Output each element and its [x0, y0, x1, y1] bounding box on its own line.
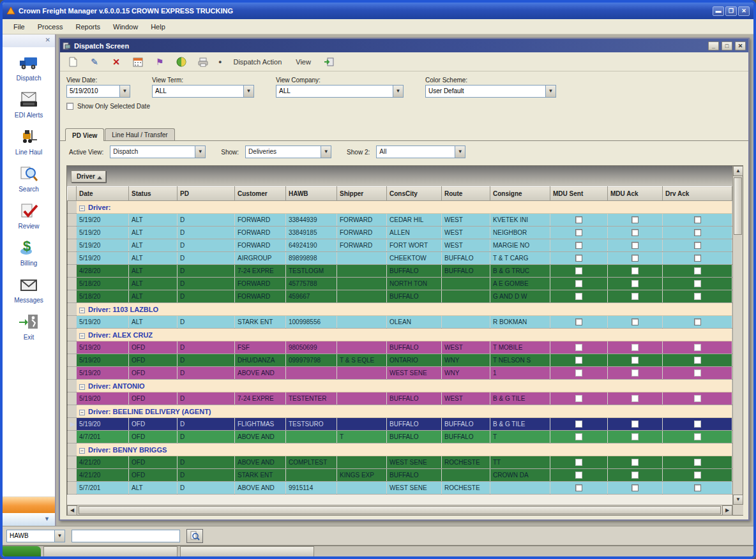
dispatch-maximize-button[interactable]: □: [722, 41, 732, 50]
menu-file[interactable]: File: [8, 21, 31, 33]
sidebar-item-exit[interactable]: Exit: [3, 306, 55, 343]
taskbar-item[interactable]: [43, 546, 178, 556]
search-field-combobox[interactable]: HAWB ▼: [6, 530, 65, 542]
mdu-ack-checkbox[interactable]: [631, 229, 639, 236]
horizontal-scrollbar[interactable]: ◀ ▶: [67, 505, 732, 515]
mdu-sent-checkbox[interactable]: [575, 229, 582, 236]
horizontal-scroll-thumb[interactable]: [79, 506, 721, 514]
row-selector-cell[interactable]: ▶: [68, 418, 77, 431]
row-selector-cell[interactable]: [68, 239, 77, 252]
calendar-icon[interactable]: [132, 56, 144, 68]
delete-record-icon[interactable]: ✕: [110, 56, 123, 68]
collapse-icon[interactable]: −: [79, 205, 85, 211]
row-selector-cell[interactable]: [68, 227, 77, 239]
drv-ack-checkbox[interactable]: [694, 280, 701, 287]
drv-ack-checkbox[interactable]: [694, 216, 701, 223]
mdu-sent-checkbox[interactable]: [575, 242, 582, 249]
drv-ack-checkbox[interactable]: [694, 395, 701, 402]
row-selector-cell[interactable]: [68, 278, 77, 290]
row-selector-cell[interactable]: [68, 252, 77, 265]
view-company-combobox[interactable]: ALL ▼: [276, 85, 404, 98]
driver-group-header[interactable]: −Driver: BEELINE DELIVERY (AGENT): [68, 405, 732, 418]
mdu-ack-checkbox[interactable]: [631, 421, 639, 428]
column-header-mdu-sent[interactable]: MDU Sent: [550, 187, 608, 201]
mdu-sent-checkbox[interactable]: [575, 357, 582, 364]
printer-icon[interactable]: [197, 56, 209, 68]
mdu-sent-checkbox[interactable]: [575, 395, 582, 402]
driver-group-header[interactable]: −Driver:: [68, 201, 732, 214]
menu-help[interactable]: Help: [145, 21, 171, 33]
grid-row-selected[interactable]: ▶5/19/20OFDDFLIGHTMASTESTSUROBUFFALOBUFF…: [68, 418, 732, 431]
scroll-down-icon[interactable]: ▼: [733, 495, 743, 505]
mdu-ack-checkbox[interactable]: [631, 255, 639, 262]
vertical-scrollbar[interactable]: ▲ ▼: [732, 166, 743, 515]
sidebar-options-dropdown[interactable]: ▼: [3, 513, 55, 526]
driver-group-header[interactable]: −Driver: BENNY BRIGGS: [68, 443, 732, 456]
scroll-right-icon[interactable]: ▶: [722, 505, 732, 516]
column-header-pd[interactable]: PD: [178, 187, 235, 201]
grid-row[interactable]: 5/19/20OFDDABOVE ANDWEST SENEWNY1: [68, 367, 732, 380]
scroll-left-icon[interactable]: ◀: [67, 505, 77, 516]
grid-row[interactable]: 4/21/20OFDDABOVE ANDCOMPLTESTWEST SENERO…: [68, 456, 732, 469]
drv-ack-checkbox[interactable]: [694, 472, 701, 479]
drv-ack-checkbox[interactable]: [694, 344, 701, 351]
sidebar-item-search[interactable]: Search: [3, 158, 55, 195]
show-only-selected-date-checkbox[interactable]: [66, 103, 73, 110]
sidebar-item-review[interactable]: Review: [3, 195, 55, 232]
row-selector-cell[interactable]: [68, 482, 77, 495]
chevron-down-icon[interactable]: ▼: [545, 86, 556, 97]
chevron-down-icon[interactable]: ▼: [455, 146, 465, 158]
column-header-status[interactable]: Status: [129, 187, 178, 201]
grid-row[interactable]: 5/19/20ALTDSTARK ENT100998556OLEANR BOKM…: [68, 316, 732, 329]
mdu-sent-checkbox[interactable]: [575, 280, 582, 287]
sidebar-item-line-haul[interactable]: Line Haul: [3, 121, 55, 158]
row-selector-cell[interactable]: [68, 392, 77, 405]
column-header-hawb[interactable]: HAWB: [286, 187, 337, 201]
view-term-combobox[interactable]: ALL ▼: [152, 85, 254, 98]
mdu-ack-checkbox[interactable]: [631, 369, 639, 376]
globe-icon[interactable]: [175, 56, 188, 68]
grid-row[interactable]: 5/18/20ALTDFORWARD45775788NORTH TONA E G…: [68, 278, 732, 290]
mdu-ack-checkbox[interactable]: [631, 433, 639, 440]
row-selector-cell[interactable]: [68, 290, 77, 303]
collapse-icon[interactable]: −: [79, 448, 85, 454]
mdu-ack-checkbox[interactable]: [631, 357, 639, 364]
drv-ack-checkbox[interactable]: [694, 421, 701, 428]
row-selector-cell[interactable]: [68, 316, 77, 329]
mdu-ack-checkbox[interactable]: [631, 344, 639, 351]
show2-combobox[interactable]: All ▼: [376, 145, 465, 158]
driver-group-header[interactable]: −Driver: 1103 LAZBLO: [68, 303, 732, 316]
column-header-drv-ack[interactable]: Drv Ack: [663, 187, 732, 201]
mdu-sent-checkbox[interactable]: [575, 267, 582, 274]
mdu-sent-checkbox[interactable]: [575, 459, 582, 466]
mdu-sent-checkbox[interactable]: [575, 484, 582, 491]
mdu-sent-checkbox[interactable]: [575, 421, 582, 428]
dispatch-close-button[interactable]: ✕: [735, 41, 746, 50]
view-date-combobox[interactable]: 5/19/2010 ▼: [66, 85, 130, 98]
collapse-icon[interactable]: −: [79, 384, 85, 390]
grid-row[interactable]: 4/7/201OFDDABOVE ANDTBUFFALOBUFFALOT: [68, 431, 732, 443]
vertical-scroll-thumb[interactable]: [734, 177, 742, 235]
chevron-down-icon[interactable]: ▼: [195, 146, 205, 158]
chevron-down-icon[interactable]: ▼: [54, 530, 64, 542]
drv-ack-checkbox[interactable]: [694, 229, 701, 236]
mdu-sent-checkbox[interactable]: [575, 318, 582, 325]
taskbar-item[interactable]: [180, 546, 314, 556]
minimize-button[interactable]: ▬: [713, 6, 724, 16]
column-header-route[interactable]: Route: [442, 187, 490, 201]
dispatch-minimize-button[interactable]: _: [708, 41, 719, 50]
menu-reports[interactable]: Reports: [70, 21, 106, 33]
flag-icon[interactable]: ⚑: [153, 56, 166, 68]
mdu-sent-checkbox[interactable]: [575, 472, 582, 479]
mdu-ack-checkbox[interactable]: [631, 318, 639, 325]
sidebar-close-icon[interactable]: ✕: [3, 34, 55, 47]
drv-ack-checkbox[interactable]: [694, 369, 701, 376]
chevron-down-icon[interactable]: ▼: [243, 86, 253, 97]
drv-ack-checkbox[interactable]: [694, 357, 701, 364]
mdu-sent-checkbox[interactable]: [575, 216, 582, 223]
mdu-ack-checkbox[interactable]: [631, 293, 639, 300]
mdu-ack-checkbox[interactable]: [631, 395, 639, 402]
view-menu[interactable]: View: [293, 57, 314, 67]
drv-ack-checkbox[interactable]: [694, 267, 701, 274]
row-selector-cell[interactable]: [68, 265, 77, 278]
